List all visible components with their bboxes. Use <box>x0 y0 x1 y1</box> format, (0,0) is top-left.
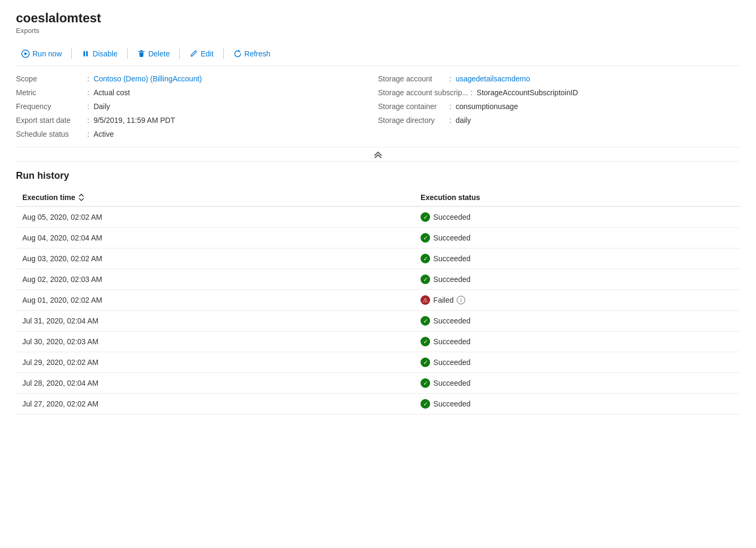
success-icon: ✓ <box>421 233 430 243</box>
status-text: Succeeded <box>433 379 471 387</box>
edit-button[interactable]: Edit <box>184 46 219 61</box>
disable-button[interactable]: Disable <box>76 46 123 61</box>
detail-storage-subscription: Storage account subscrip... : StorageAcc… <box>378 88 740 97</box>
status-text: Failed <box>433 296 453 304</box>
success-icon: ✓ <box>421 275 430 284</box>
table-row: Aug 02, 2020, 02:03 AM✓Succeeded <box>16 269 740 290</box>
refresh-icon <box>233 49 242 58</box>
svg-rect-3 <box>86 51 88 56</box>
success-icon: ✓ <box>421 358 430 367</box>
execution-time-cell: Jul 30, 2020, 02:03 AM <box>16 331 414 352</box>
toolbar-separator-3 <box>179 48 180 59</box>
execution-status-cell: ✓Succeeded <box>414 228 740 248</box>
success-icon: ✓ <box>421 399 430 409</box>
details-right: Storage account : usagedetailsacmdemo St… <box>378 74 740 138</box>
svg-marker-1 <box>24 52 28 55</box>
details-left: Scope : Contoso (Demo) (BillingAccount) … <box>16 74 378 138</box>
execution-time-cell: Aug 02, 2020, 02:03 AM <box>16 269 414 290</box>
toolbar-separator-2 <box>127 48 128 59</box>
svg-rect-4 <box>140 50 142 51</box>
status-text: Succeeded <box>433 234 471 242</box>
page-title: coeslalomtest <box>16 11 740 26</box>
storage-subscription-value: StorageAccountSubscriptoinID <box>477 88 578 97</box>
edit-icon <box>189 49 198 58</box>
run-now-icon <box>21 49 30 58</box>
toolbar: Run now Disable Delete Edit Refresh <box>16 42 740 66</box>
execution-time-cell: Aug 05, 2020, 02:02 AM <box>16 206 414 228</box>
status-text: Succeeded <box>433 213 471 221</box>
table-row: Aug 04, 2020, 02:04 AM✓Succeeded <box>16 228 740 248</box>
detail-storage-container: Storage container : consumptionusage <box>378 102 740 111</box>
detail-scope: Scope : Contoso (Demo) (BillingAccount) <box>16 74 378 83</box>
execution-status-cell: ✓Succeeded <box>414 331 740 352</box>
execution-status-cell: ✓Succeeded <box>414 311 740 331</box>
toolbar-separator-4 <box>223 48 224 59</box>
status-text: Succeeded <box>433 400 471 408</box>
run-history-title: Run history <box>16 170 740 181</box>
storage-directory-value: daily <box>456 116 471 124</box>
execution-time-cell: Aug 01, 2020, 02:02 AM <box>16 290 414 311</box>
export-start-value: 9/5/2019, 11:59 AM PDT <box>94 116 175 124</box>
col-header-execution-time: Execution time <box>16 189 414 206</box>
execution-status-cell: ✓Succeeded <box>414 352 740 373</box>
schedule-status-value: Active <box>94 130 114 138</box>
execution-time-cell: Jul 27, 2020, 02:02 AM <box>16 394 414 414</box>
table-row: Aug 05, 2020, 02:02 AM✓Succeeded <box>16 206 740 228</box>
detail-export-start: Export start date : 9/5/2019, 11:59 AM P… <box>16 116 378 124</box>
execution-time-cell: Jul 29, 2020, 02:02 AM <box>16 352 414 373</box>
execution-time-cell: Jul 31, 2020, 02:04 AM <box>16 311 414 331</box>
status-text: Succeeded <box>433 254 471 263</box>
success-icon: ✓ <box>421 316 430 326</box>
execution-status-cell: ✓Succeeded <box>414 248 740 269</box>
detail-metric: Metric : Actual cost <box>16 88 378 97</box>
info-icon[interactable]: i <box>457 296 465 304</box>
success-icon: ✓ <box>421 337 430 346</box>
table-row: Aug 01, 2020, 02:02 AM⚠Failedi <box>16 290 740 311</box>
execution-time-cell: Jul 28, 2020, 02:04 AM <box>16 373 414 394</box>
status-text: Succeeded <box>433 275 471 284</box>
table-row: Jul 29, 2020, 02:02 AM✓Succeeded <box>16 352 740 373</box>
detail-storage-directory: Storage directory : daily <box>378 116 740 124</box>
breadcrumb: Exports <box>16 27 740 35</box>
status-text: Succeeded <box>433 337 471 346</box>
collapse-button[interactable] <box>16 147 740 162</box>
execution-time-cell: Aug 03, 2020, 02:02 AM <box>16 248 414 269</box>
frequency-value: Daily <box>94 102 110 111</box>
sort-execution-time[interactable]: Execution time <box>22 193 85 202</box>
run-history-section: Run history Execution time Execution sta… <box>16 170 740 414</box>
run-now-button[interactable]: Run now <box>16 46 67 61</box>
success-icon: ✓ <box>421 378 430 388</box>
delete-icon <box>137 49 146 58</box>
success-icon: ✓ <box>421 212 430 222</box>
table-row: Aug 03, 2020, 02:02 AM✓Succeeded <box>16 248 740 269</box>
execution-status-cell: ✓Succeeded <box>414 269 740 290</box>
execution-status-cell: ⚠Failedi <box>414 290 740 311</box>
svg-rect-2 <box>83 51 85 56</box>
status-text: Succeeded <box>433 358 471 367</box>
details-grid: Scope : Contoso (Demo) (BillingAccount) … <box>16 74 740 147</box>
table-row: Jul 27, 2020, 02:02 AM✓Succeeded <box>16 394 740 414</box>
table-row: Jul 31, 2020, 02:04 AM✓Succeeded <box>16 311 740 331</box>
storage-container-value: consumptionusage <box>456 102 518 111</box>
detail-frequency: Frequency : Daily <box>16 102 378 111</box>
table-row: Jul 28, 2020, 02:04 AM✓Succeeded <box>16 373 740 394</box>
table-row: Jul 30, 2020, 02:03 AM✓Succeeded <box>16 331 740 352</box>
success-icon: ✓ <box>421 254 430 263</box>
delete-button[interactable]: Delete <box>132 46 175 61</box>
refresh-button[interactable]: Refresh <box>228 46 276 61</box>
storage-account-value[interactable]: usagedetailsacmdemo <box>456 74 530 83</box>
status-text: Succeeded <box>433 317 471 325</box>
execution-time-cell: Aug 04, 2020, 02:04 AM <box>16 228 414 248</box>
detail-schedule-status: Schedule status : Active <box>16 130 378 138</box>
run-history-table: Execution time Execution status Aug 05, … <box>16 189 740 414</box>
execution-status-cell: ✓Succeeded <box>414 373 740 394</box>
svg-rect-5 <box>138 51 145 52</box>
disable-icon <box>81 49 90 58</box>
toolbar-separator-1 <box>71 48 72 59</box>
scope-value[interactable]: Contoso (Demo) (BillingAccount) <box>94 74 202 83</box>
col-header-execution-status: Execution status <box>414 189 740 206</box>
execution-status-cell: ✓Succeeded <box>414 206 740 228</box>
failed-icon: ⚠ <box>421 295 430 305</box>
detail-storage-account: Storage account : usagedetailsacmdemo <box>378 74 740 83</box>
execution-status-cell: ✓Succeeded <box>414 394 740 414</box>
